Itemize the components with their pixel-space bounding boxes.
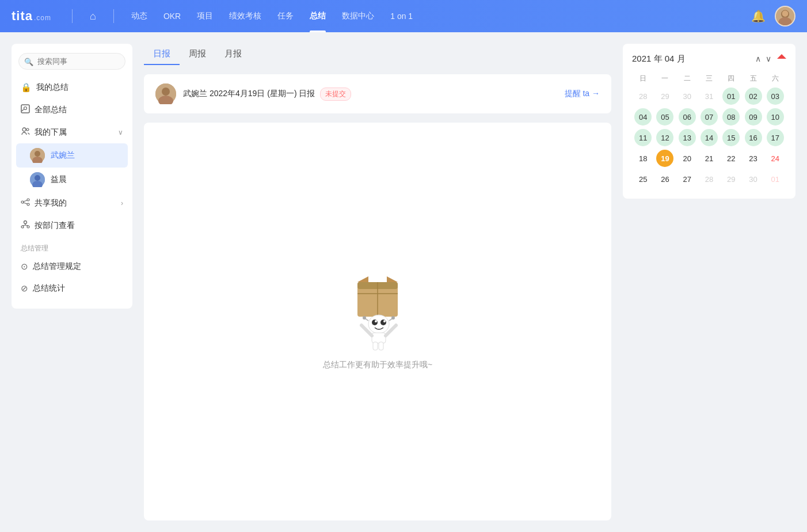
svg-point-43 <box>391 316 395 320</box>
calendar-day[interactable]: 16 <box>745 129 762 146</box>
chevron-right-icon: › <box>121 199 123 207</box>
calendar-day[interactable]: 28 <box>701 170 718 188</box>
nav-okr[interactable]: OKR <box>155 0 189 32</box>
sidebar-label-yichen: 益晨 <box>51 174 67 185</box>
nav-renwu[interactable]: 任务 <box>269 0 302 32</box>
sidebar-item-my-summary[interactable]: 🔒 我的总结 <box>12 77 132 98</box>
nav-zongjie[interactable]: 总结 <box>302 0 334 32</box>
calendar-expand-icon[interactable] <box>777 54 786 63</box>
calendar-day[interactable]: 13 <box>679 129 696 146</box>
svg-point-7 <box>22 128 26 131</box>
svg-point-27 <box>162 88 170 96</box>
svg-point-21 <box>21 226 24 228</box>
calendar-next-btn[interactable]: ∨ <box>763 53 774 64</box>
nav-divider-2 <box>113 9 114 23</box>
calendar-day-cell: 04 <box>632 107 654 127</box>
svg-line-6 <box>22 109 24 111</box>
calendar-day[interactable]: 30 <box>679 88 696 105</box>
calendar-day[interactable]: 22 <box>722 150 740 167</box>
calendar-day[interactable]: 09 <box>745 108 762 126</box>
user-avatar[interactable] <box>775 6 795 26</box>
sidebar-item-shared[interactable]: 共享我的 › <box>12 192 132 214</box>
report-card: 武婉兰 2022年4月19日 (星期一) 日报 未提交 提醒 ta → <box>144 74 611 113</box>
calendar-day-cell: 13 <box>676 127 698 148</box>
svg-rect-45 <box>373 342 378 350</box>
calendar-day[interactable]: 23 <box>745 150 762 167</box>
report-remind-button[interactable]: 提醒 ta → <box>565 89 600 99</box>
calendar-weekday-header: 五 <box>742 71 764 86</box>
dept-icon <box>21 220 30 231</box>
calendar-day[interactable]: 21 <box>701 150 718 167</box>
calendar-day[interactable]: 26 <box>656 170 673 188</box>
calendar-day[interactable]: 18 <box>634 150 652 167</box>
calendar-day[interactable]: 01 <box>767 170 784 188</box>
sidebar-item-by-dept[interactable]: 按部门查看 <box>12 214 132 237</box>
sidebar-item-manage-rules[interactable]: ⊙ 总结管理规定 <box>12 256 132 278</box>
calendar-day-cell: 30 <box>742 169 764 189</box>
calendar-day[interactable]: 14 <box>701 129 718 146</box>
svg-point-36 <box>372 320 378 325</box>
calendar-day-cell: 28 <box>698 169 720 189</box>
calendar-day[interactable]: 28 <box>634 88 652 105</box>
nav-data-center[interactable]: 数据中心 <box>334 0 382 32</box>
calendar-day[interactable]: 27 <box>679 170 696 188</box>
svg-point-37 <box>380 320 386 325</box>
calendar-prev-btn[interactable]: ∧ <box>753 53 763 64</box>
calendar-day[interactable]: 11 <box>634 129 652 146</box>
nav-xiangmu[interactable]: 项目 <box>189 0 221 32</box>
nav-1on1[interactable]: 1 on 1 <box>382 0 421 32</box>
manage-rules-icon: ⊙ <box>21 261 28 272</box>
calendar-day[interactable]: 05 <box>656 108 673 126</box>
logo-text: tita.com <box>12 9 51 24</box>
calendar-day-cell: 09 <box>742 107 764 127</box>
calendar-day-cell: 24 <box>764 148 786 169</box>
calendar-day[interactable]: 06 <box>679 108 696 126</box>
calendar-day[interactable]: 15 <box>722 129 740 146</box>
calendar-day[interactable]: 08 <box>722 108 740 126</box>
calendar-day[interactable]: 04 <box>634 108 652 126</box>
calendar-day[interactable]: 12 <box>656 129 673 146</box>
calendar-day-cell: 31 <box>698 86 720 107</box>
search-icon: 🔍 <box>24 57 33 66</box>
home-icon[interactable]: ⌂ <box>82 10 104 22</box>
main-layout: 🔍 🔒 我的总结 全部总结 <box>0 32 807 532</box>
sidebar-item-wuwan[interactable]: 武婉兰 <box>16 143 128 168</box>
lock-icon: 🔒 <box>21 82 32 93</box>
calendar-day[interactable]: 20 <box>679 150 696 167</box>
calendar-day-cell: 29 <box>654 86 676 107</box>
top-navigation: tita.com ⌂ 动态 OKR 项目 绩效考核 任务 总结 数据中心 1 o… <box>0 0 807 32</box>
nav-dongtai[interactable]: 动态 <box>123 0 155 32</box>
nav-jixiao[interactable]: 绩效考核 <box>221 0 269 32</box>
calendar-day[interactable]: 24 <box>767 150 784 167</box>
sidebar-item-subordinates[interactable]: 我的下属 ∨ <box>12 121 132 143</box>
robot-svg <box>343 273 412 354</box>
svg-point-35 <box>368 315 389 333</box>
tab-weekly[interactable]: 周报 <box>180 44 215 65</box>
calendar-day[interactable]: 30 <box>745 170 762 188</box>
calendar-day[interactable]: 17 <box>767 129 784 146</box>
sidebar-item-all-summary[interactable]: 全部总结 <box>12 98 132 121</box>
calendar-day[interactable]: 03 <box>767 88 784 105</box>
search-input[interactable] <box>18 53 125 70</box>
right-panel: 2021 年 04 月 ∧ ∨ 日一二三四五六 2829303101020304… <box>623 44 795 520</box>
report-status-badge: 未提交 <box>320 88 351 101</box>
calendar-day[interactable]: 02 <box>745 88 762 105</box>
calendar-day[interactable]: 29 <box>656 88 673 105</box>
sidebar-item-yichen[interactable]: 益晨 <box>16 168 128 192</box>
notification-bell-icon[interactable]: 🔔 <box>751 9 766 23</box>
sidebar-item-manage-stats[interactable]: ⊘ 总结统计 <box>12 278 132 299</box>
calendar-day[interactable]: 07 <box>701 108 718 126</box>
sidebar-label-subordinates: 我的下属 <box>35 127 67 138</box>
tab-daily[interactable]: 日报 <box>144 44 180 65</box>
sidebar-label-shared: 共享我的 <box>35 198 67 208</box>
calendar-day[interactable]: 19 <box>656 150 673 167</box>
calendar-day[interactable]: 01 <box>722 88 740 105</box>
calendar-day[interactable]: 10 <box>767 108 784 126</box>
empty-illustration <box>343 273 412 348</box>
calendar-day[interactable]: 25 <box>634 170 652 188</box>
sidebar: 🔍 🔒 我的总结 全部总结 <box>12 44 132 309</box>
logo[interactable]: tita.com <box>12 9 51 24</box>
calendar-day[interactable]: 29 <box>722 170 740 188</box>
calendar-day[interactable]: 31 <box>701 88 718 105</box>
tab-monthly[interactable]: 月报 <box>215 44 251 65</box>
